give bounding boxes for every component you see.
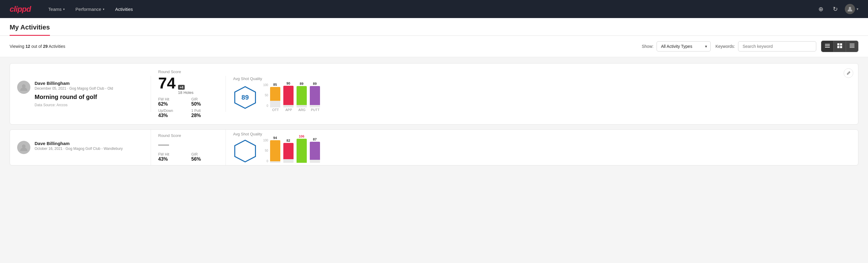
shot-quality-wrapper: Avg Shot Quality <box>233 132 320 164</box>
refresh-icon[interactable]: ↻ <box>830 4 840 14</box>
card-left: Dave Billingham October 16, 2021 · Gog M… <box>17 141 144 154</box>
hexagon-wrapper <box>233 139 257 163</box>
nav-teams[interactable]: Teams ▾ <box>43 0 70 18</box>
shot-quality-section: Avg Shot Quality <box>233 132 377 164</box>
user-details: Dave Billingham October 16, 2021 · Gog M… <box>35 141 123 151</box>
logo[interactable]: clippd <box>10 4 31 14</box>
viewing-count-text: Viewing 12 out of 29 Activities <box>10 44 637 49</box>
grid-view-button[interactable] <box>834 41 846 52</box>
svg-rect-1 <box>825 44 830 45</box>
nav-activities[interactable]: Activities <box>110 0 138 18</box>
svg-rect-6 <box>837 46 839 48</box>
hexagon-wrapper: 89 <box>233 85 257 110</box>
edit-button[interactable] <box>844 68 853 78</box>
round-score-value: — <box>158 139 169 150</box>
main-content: Dave Billingham December 05, 2021 · Gog … <box>0 57 868 176</box>
grid-icon <box>837 43 842 49</box>
avatar <box>17 141 30 154</box>
avatar <box>17 81 30 94</box>
activity-card: Dave Billingham December 05, 2021 · Gog … <box>10 63 858 124</box>
card-stats: Round Score 74 +4 18 Holes FW Hit 62% GI… <box>158 69 218 118</box>
shot-quality-value: 89 <box>242 94 249 101</box>
fw-hit-stat: FW Hit 43% <box>158 152 185 162</box>
card-stats: Round Score — FW Hit 43% GIR 56% <box>158 133 218 162</box>
round-score-value: 74 <box>158 75 176 91</box>
bar-x-labels: OTT APP ARG PUTT <box>270 108 320 112</box>
round-score-label: Round Score <box>158 133 218 138</box>
data-source: Data Source: Arccos <box>35 103 113 107</box>
divider <box>151 76 151 112</box>
bar-group-putt: 89 <box>310 82 320 108</box>
user-date: October 16, 2021 · Gog Magog Golf Club -… <box>35 147 123 151</box>
bar-value-ott: 85 <box>273 83 277 86</box>
activity-title: Morning round of golf <box>35 94 113 100</box>
bar-value-app: 90 <box>287 82 290 85</box>
card-left: Dave Billingham December 05, 2021 · Gog … <box>17 81 144 107</box>
show-filter-group: Show: All Activity Types <box>642 41 711 52</box>
svg-rect-5 <box>840 43 842 46</box>
svg-rect-9 <box>850 45 855 46</box>
bar-putt <box>310 86 320 108</box>
activity-type-select-wrapper: All Activity Types <box>657 41 711 52</box>
list-view-button[interactable] <box>822 41 834 52</box>
divider <box>225 76 226 112</box>
svg-rect-11 <box>850 47 855 48</box>
bar-group-ott: 85 <box>270 83 280 108</box>
count-bold: 12 <box>26 44 30 49</box>
add-icon[interactable]: ⊕ <box>816 4 826 14</box>
round-score-row: 74 +4 18 Holes <box>158 75 218 95</box>
svg-marker-15 <box>235 140 256 162</box>
show-label: Show: <box>642 44 654 49</box>
shot-quality-section: Avg Shot Quality 89 <box>233 77 377 112</box>
keywords-group: Keywords: <box>715 41 816 52</box>
search-input[interactable] <box>738 41 816 52</box>
bar-group-ott: 94 <box>270 136 280 163</box>
shot-quality-wrapper: Avg Shot Quality 89 <box>233 77 320 112</box>
bar-group-arg: 106 <box>297 135 307 163</box>
bars-container: 85 90 <box>270 83 320 108</box>
avatar <box>845 4 855 14</box>
navbar: clippd Teams ▾ Performance ▾ Activities … <box>0 0 868 18</box>
page-title: My Activities <box>10 18 50 36</box>
stat-grid: FW Hit 43% GIR 56% <box>158 152 218 162</box>
list-icon <box>825 43 830 49</box>
bar-group-putt: 87 <box>310 138 320 163</box>
bar-group-app: 82 <box>283 139 293 163</box>
compact-icon <box>850 43 855 49</box>
user-name: Dave Billingham <box>35 81 113 86</box>
bar-putt <box>310 142 320 163</box>
bar-arg <box>297 139 307 163</box>
nav-performance[interactable]: Performance ▾ <box>70 0 110 18</box>
updown-stat: Up/Down 43% <box>158 109 185 118</box>
svg-rect-2 <box>825 46 830 46</box>
svg-rect-4 <box>837 43 839 46</box>
user-date: December 05, 2021 · Gog Magog Golf Club … <box>35 86 113 91</box>
page-header: My Activities <box>0 18 868 36</box>
hexagon <box>233 139 257 163</box>
avg-shot-quality-label: Avg Shot Quality <box>233 132 320 136</box>
bar-app <box>283 143 293 163</box>
bar-group-app: 90 <box>283 82 293 108</box>
bars-container: 94 82 <box>270 139 320 163</box>
score-badge: +4 <box>178 85 185 90</box>
fw-hit-stat: FW Hit 62% <box>158 97 185 107</box>
view-toggle <box>821 40 858 52</box>
bar-chart-wrapper: 100 50 0 94 <box>263 139 320 164</box>
user-menu[interactable]: ▾ <box>845 4 858 14</box>
svg-rect-10 <box>850 46 855 47</box>
hexagon: 89 <box>233 85 257 110</box>
divider <box>151 129 151 166</box>
activity-type-select[interactable]: All Activity Types <box>657 41 711 52</box>
stat-grid: FW Hit 62% GIR 50% Up/Down 43% 1 Putt 28… <box>158 97 218 118</box>
round-score-row: — <box>158 139 218 150</box>
svg-rect-3 <box>825 47 830 48</box>
keywords-label: Keywords: <box>715 44 735 49</box>
avg-shot-quality-label: Avg Shot Quality <box>233 77 320 81</box>
svg-point-0 <box>849 7 851 9</box>
chevron-down-icon: ▾ <box>103 7 104 11</box>
compact-view-button[interactable] <box>846 41 858 52</box>
navbar-right: ⊕ ↻ ▾ <box>816 4 858 14</box>
score-meta: +4 18 Holes <box>178 84 193 95</box>
gir-stat: GIR 50% <box>191 97 218 107</box>
bar-ott <box>270 87 280 108</box>
